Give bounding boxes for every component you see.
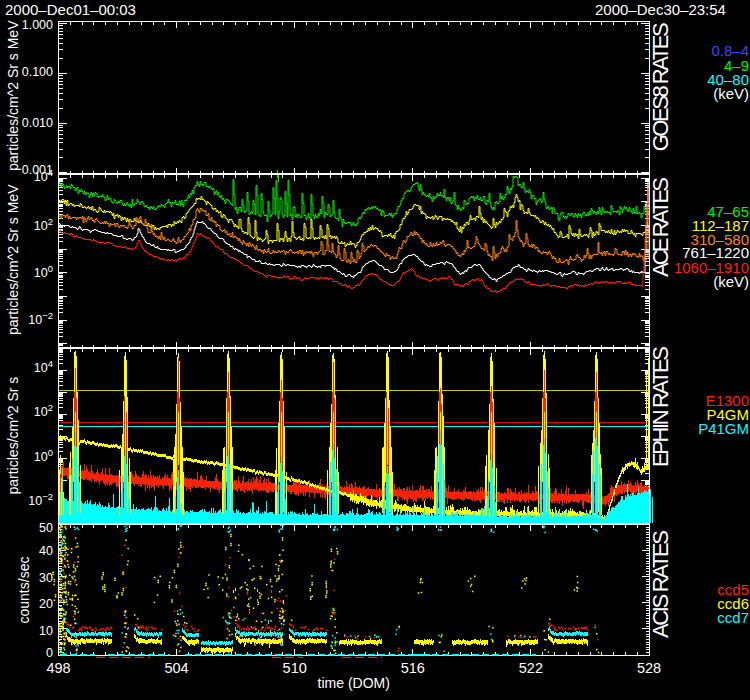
svg-text:522: 522: [519, 660, 543, 676]
svg-text:50: 50: [39, 521, 53, 535]
svg-text:20: 20: [39, 597, 53, 611]
svg-text:516: 516: [401, 660, 425, 676]
svg-text:510: 510: [283, 660, 307, 676]
svg-text:1.000: 1.000: [22, 18, 53, 32]
svg-text:(keV): (keV): [713, 85, 749, 102]
svg-text:498: 498: [46, 660, 70, 676]
svg-text:particles/cm^2 Sr s MeV: particles/cm^2 Sr s MeV: [5, 184, 21, 335]
svg-text:0.100: 0.100: [22, 65, 53, 79]
svg-text:time (DOM): time (DOM): [318, 675, 390, 691]
svg-text:2000–Dec30–23:54: 2000–Dec30–23:54: [595, 1, 726, 18]
svg-text:particles/cm^2 Sr s MeV: particles/cm^2 Sr s MeV: [5, 20, 21, 171]
svg-text:40: 40: [39, 544, 53, 558]
svg-text:10: 10: [39, 624, 53, 638]
svg-text:504: 504: [164, 660, 188, 676]
svg-text:(keV): (keV): [713, 273, 749, 290]
svg-text:ACE RATES: ACE RATES: [648, 177, 673, 277]
svg-text:0.010: 0.010: [22, 116, 53, 130]
svg-text:0: 0: [46, 646, 53, 660]
svg-text:528: 528: [637, 660, 661, 676]
svg-text:ACIS RATES: ACIS RATES: [648, 530, 673, 638]
svg-text:2000–Dec01–00:03: 2000–Dec01–00:03: [5, 1, 136, 18]
svg-text:P41GM: P41GM: [698, 420, 749, 437]
svg-text:GOES8 RATES: GOES8 RATES: [648, 22, 673, 151]
svg-text:particles/cm^2 Sr s: particles/cm^2 Sr s: [5, 377, 21, 495]
svg-text:ccd7: ccd7: [717, 609, 749, 626]
svg-text:EPHIN RATES: EPHIN RATES: [648, 346, 673, 467]
svg-text:30: 30: [39, 571, 53, 585]
svg-text:counts/sec: counts/sec: [16, 557, 32, 624]
